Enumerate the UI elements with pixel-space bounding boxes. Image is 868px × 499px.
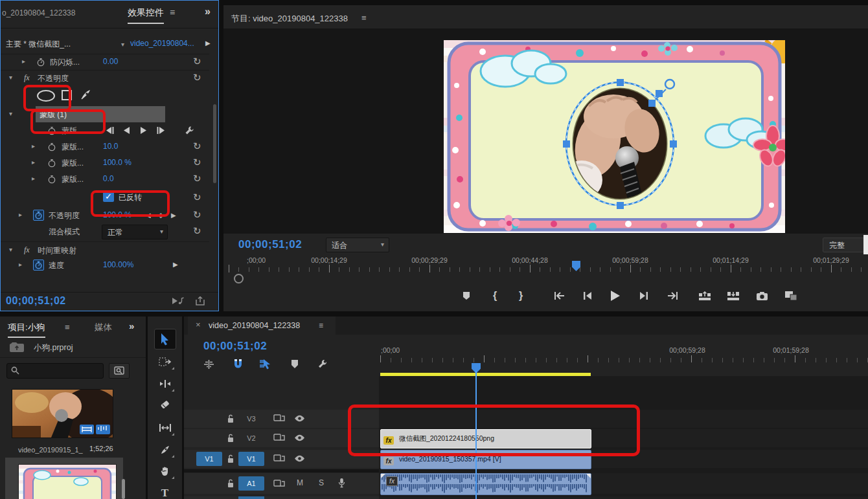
monitor-zoom-handle[interactable] — [234, 274, 244, 283]
timeline-ruler[interactable]: ;00;00 00;00;59;28 00;01;59;28 00;02;59;… — [379, 345, 868, 363]
effect-row-time-remap[interactable]: ▾ fx 时间重映射 — [1, 241, 209, 257]
goto-in-icon[interactable] — [554, 291, 565, 300]
stopwatch-enabled-icon[interactable] — [33, 210, 44, 221]
razor-tool[interactable] — [155, 397, 175, 414]
search-bin-icon[interactable] — [109, 363, 130, 379]
timeline-marker-icon[interactable] — [290, 359, 299, 369]
tab-media-browser[interactable]: 媒体 — [95, 322, 117, 333]
bin-up-icon[interactable] — [9, 342, 25, 353]
reset-icon[interactable]: ↺ — [193, 157, 201, 168]
playback-resolution-select[interactable]: 完整 — [823, 238, 864, 252]
mask-item-label[interactable]: 蒙版 (1) — [40, 109, 67, 120]
track-target-v2[interactable]: V2 — [238, 431, 264, 445]
inverted-label[interactable]: 已反转 — [119, 192, 142, 203]
prev-keyframe-icon[interactable]: ◀ — [146, 212, 151, 219]
lock-icon[interactable] — [227, 454, 234, 463]
flyout-right-icon[interactable]: ▶ — [173, 261, 178, 268]
nest-toggle-icon[interactable] — [203, 359, 214, 370]
track-target-v3[interactable]: V3 — [238, 412, 264, 426]
track-target-a1[interactable]: A1 — [238, 476, 264, 491]
effect-row-antiflicker[interactable]: ▸ 防闪烁... 0.00 ↺ — [1, 55, 209, 71]
stopwatch-enabled-icon[interactable] — [33, 260, 44, 271]
sequence-tab-label[interactable]: video_20190804_122338 — [209, 321, 300, 330]
panel-menu-icon[interactable]: ≡ — [65, 322, 70, 332]
pen-mask-tool[interactable] — [80, 88, 93, 101]
type-tool[interactable]: T — [155, 485, 175, 499]
mark-in-icon[interactable]: { — [493, 290, 497, 302]
reset-icon[interactable]: ↺ — [193, 140, 201, 152]
project-item-frame-png[interactable] — [5, 458, 123, 499]
effect-row-opacity[interactable]: ▸ 不透明度 100.0 % ◀ ◆ ▶ ↺ — [1, 208, 209, 223]
tab-project[interactable]: 项目:小狗 — [8, 322, 45, 338]
effect-row-opacity-group[interactable]: ▾ fx 不透明度 ↺ — [1, 71, 209, 86]
inverted-checkbox[interactable]: ✓ — [103, 191, 114, 202]
effect-value[interactable]: 100.0 % — [103, 210, 131, 219]
rect-mask-tool[interactable] — [61, 89, 73, 101]
reset-icon[interactable]: ↺ — [193, 72, 201, 83]
lane-v3[interactable] — [379, 410, 868, 428]
clip-v1-video[interactable]: fx video_20190915_150357.mp4 [V] — [380, 450, 591, 469]
twirl-icon[interactable]: ▸ — [32, 159, 35, 166]
effect-panel-scrollbar[interactable] — [213, 104, 216, 183]
lock-icon[interactable] — [227, 479, 234, 488]
program-ruler[interactable]: ;00;00 00;00;14;29 00;00;29;29 00;00;44;… — [223, 256, 868, 273]
chevron-down-icon[interactable]: ▾ — [121, 41, 124, 48]
mask-item-row[interactable]: ▾ 蒙版 (1) — [1, 106, 209, 123]
sync-lock-icon[interactable] — [273, 479, 285, 488]
comparison-view-icon[interactable] — [784, 291, 797, 302]
pen-tool[interactable] — [155, 441, 175, 458]
reset-icon[interactable]: ↺ — [193, 192, 201, 203]
effect-value[interactable]: 100.0 % — [103, 158, 131, 167]
step-back-icon[interactable] — [582, 291, 593, 300]
next-keyframe-icon[interactable]: ▶ — [171, 212, 176, 219]
effect-row-mask-opacity[interactable]: ▸ 蒙版... 100.0 % ↺ — [1, 156, 209, 171]
item-name[interactable]: video_20190915_1_ — [18, 446, 83, 454]
twirl-icon[interactable]: ▸ — [32, 142, 35, 150]
timeline-playhead-line[interactable] — [475, 371, 477, 499]
track-select-forward-tool[interactable] — [155, 353, 175, 370]
search-input[interactable] — [6, 363, 104, 379]
effect-value[interactable]: 0.0 — [103, 174, 114, 183]
stopwatch-icon[interactable] — [47, 175, 56, 184]
program-timecode[interactable]: 00;00;51;02 — [238, 238, 302, 251]
tab-effect-controls[interactable]: 效果控件 — [128, 7, 164, 24]
effect-row-speed[interactable]: ▸ 速度 100.00% ▶ — [1, 258, 209, 273]
sync-lock-icon[interactable] — [273, 414, 285, 423]
sequence-clip-label[interactable]: video_20190804... — [130, 39, 194, 48]
twirl-icon[interactable]: ▾ — [9, 246, 12, 253]
clip-v2-png[interactable]: fx 微信截图_20201224180550png — [380, 429, 591, 449]
video-preview[interactable] — [444, 40, 785, 233]
linked-selection-icon[interactable] — [259, 359, 271, 370]
fade-handle-right[interactable] — [586, 474, 591, 478]
mic-icon[interactable] — [338, 478, 345, 488]
project-item-video[interactable]: video_20190915_1_ 1;52;26 — [6, 385, 136, 455]
play-forward-icon[interactable] — [139, 126, 148, 135]
effect-row-mask-path[interactable]: 蒙版... — [1, 124, 209, 139]
stopwatch-icon[interactable] — [47, 142, 56, 151]
export-icon[interactable] — [196, 296, 207, 305]
sync-lock-icon[interactable] — [273, 454, 285, 463]
effect-value[interactable]: 10.0 — [103, 142, 118, 151]
twirl-icon[interactable]: ▾ — [9, 74, 12, 81]
close-icon[interactable]: × — [196, 320, 201, 329]
panel-menu-icon[interactable]: ≡ — [319, 321, 323, 330]
track-target-v1[interactable]: V1 — [238, 452, 264, 466]
stopwatch-icon[interactable] — [47, 159, 56, 168]
eye-icon[interactable] — [294, 415, 305, 422]
tab-program-monitor[interactable]: 节目: video_20190804_122338 — [231, 13, 348, 25]
solo-button[interactable]: S — [319, 478, 324, 487]
twirl-icon[interactable]: ▸ — [19, 211, 22, 218]
mute-button[interactable]: M — [297, 478, 303, 487]
reset-icon[interactable]: ↺ — [193, 225, 201, 237]
play-icon[interactable] — [610, 290, 621, 302]
timeline-settings-icon[interactable] — [317, 359, 328, 369]
goto-out-icon[interactable] — [667, 291, 678, 300]
play-audio-icon[interactable] — [172, 296, 185, 305]
reset-icon[interactable]: ↺ — [193, 56, 201, 67]
hand-tool[interactable] — [155, 463, 175, 480]
png-thumbnail[interactable] — [18, 464, 117, 499]
play-back-icon[interactable] — [122, 126, 131, 135]
step-forward-icon[interactable] — [639, 291, 649, 300]
timeline-timecode[interactable]: 00;00;51;02 — [203, 340, 267, 353]
blend-mode-select[interactable]: 正常 ▾ — [102, 225, 168, 239]
